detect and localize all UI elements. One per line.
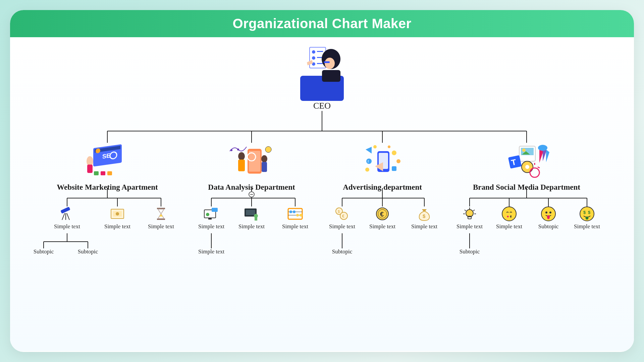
leaf-certificate[interactable]: Simple text xyxy=(103,206,131,230)
subtopic-node[interactable]: Subtopic xyxy=(328,248,356,255)
svg-rect-45 xyxy=(324,61,330,63)
svg-point-62 xyxy=(116,212,119,216)
svg-point-38 xyxy=(312,56,315,60)
svg-rect-52 xyxy=(87,165,93,173)
leaf-emoji-money[interactable]: $$ Simple text xyxy=(573,206,601,230)
svg-rect-77 xyxy=(212,208,218,212)
leaf-label: Simple text xyxy=(573,223,601,230)
svg-rect-70 xyxy=(262,162,267,172)
svg-text:€: € xyxy=(342,214,344,219)
node-dept-advertising[interactable]: f Advertising department xyxy=(335,143,429,192)
svg-point-76 xyxy=(206,213,209,216)
svg-rect-53 xyxy=(94,171,99,175)
svg-rect-75 xyxy=(208,218,212,220)
subtopic-label: Subtopic xyxy=(32,248,55,255)
svg-point-98 xyxy=(388,145,390,148)
svg-point-125 xyxy=(547,215,550,219)
ceo-label: CEO xyxy=(290,101,354,111)
leaf-bulb[interactable]: Simple text xyxy=(455,206,484,230)
leaf-emoji-kiss[interactable]: Simple text xyxy=(495,206,523,230)
svg-point-88 xyxy=(300,214,302,217)
dept-label: Advertising department xyxy=(335,183,429,192)
dept-label: Data Analysis Department xyxy=(201,183,302,192)
whiteboard-icon xyxy=(243,206,261,221)
social-media-illustration-icon: T xyxy=(503,143,550,180)
leaf-label: Simple text xyxy=(197,223,225,230)
leaf-hourglass[interactable]: Simple text xyxy=(147,206,175,230)
subtopic-label: Subtopic xyxy=(76,248,100,255)
subtopic-label: Subtopic xyxy=(455,248,484,255)
leaf-presentation[interactable]: Simple text xyxy=(237,206,266,230)
subtopic-node[interactable]: Subtopic xyxy=(455,248,484,255)
svg-line-57 xyxy=(62,213,65,220)
leaf-label: Simple text xyxy=(147,223,175,230)
svg-point-109 xyxy=(522,148,526,152)
svg-point-71 xyxy=(230,149,232,151)
svg-rect-128 xyxy=(586,217,588,220)
svg-rect-82 xyxy=(288,208,302,219)
certificate-icon xyxy=(108,206,126,221)
svg-rect-81 xyxy=(255,217,257,221)
svg-rect-54 xyxy=(101,171,105,175)
node-dept-data[interactable]: Data Analysis Department xyxy=(201,143,302,192)
emoji-kiss-icon xyxy=(500,206,518,221)
leaf-abacus[interactable]: Simple text xyxy=(281,206,309,230)
svg-rect-68 xyxy=(238,160,245,171)
svg-point-86 xyxy=(293,210,296,213)
node-dept-brand[interactable]: T Brand Social Media Department xyxy=(466,143,587,192)
app-title: Organizational Chart Maker xyxy=(10,16,634,31)
subtopic-label: Simple text xyxy=(197,248,225,255)
dept-label: Brand Social Media Department xyxy=(466,183,587,192)
leaf-label: Simple text xyxy=(410,223,438,230)
analytics-illustration-icon xyxy=(228,143,275,180)
svg-text:SE: SE xyxy=(102,152,110,160)
svg-rect-37 xyxy=(317,51,323,52)
svg-point-36 xyxy=(312,50,315,54)
svg-rect-44 xyxy=(322,70,340,82)
org-chart-canvas[interactable]: CEO SE Website Marketing Apartment xyxy=(10,37,634,351)
euro-coin-icon: € xyxy=(373,206,391,221)
monitor-chat-icon xyxy=(202,206,220,221)
svg-point-73 xyxy=(265,146,271,153)
svg-point-87 xyxy=(296,214,299,217)
leaf-telescope[interactable]: Simple text xyxy=(53,206,81,230)
app-header: Organizational Chart Maker xyxy=(10,10,634,37)
subtopic-node[interactable]: Subtopic xyxy=(32,248,55,255)
svg-point-122 xyxy=(507,216,509,218)
svg-point-43 xyxy=(325,58,335,69)
svg-line-58 xyxy=(67,213,69,220)
node-dept-website[interactable]: SE Website Marketing Apartment xyxy=(50,143,164,192)
leaf-emoji-tongue[interactable]: Subtopic xyxy=(534,206,562,230)
svg-point-123 xyxy=(545,212,547,214)
abacus-icon xyxy=(286,206,304,221)
svg-point-85 xyxy=(289,210,292,213)
leaf-label: Simple text xyxy=(103,223,131,230)
svg-point-95 xyxy=(365,168,369,172)
svg-text:$: $ xyxy=(338,209,340,214)
svg-rect-41 xyxy=(317,63,323,64)
svg-point-114 xyxy=(538,145,547,151)
subtopic-node[interactable]: Simple text xyxy=(197,248,225,255)
node-ceo[interactable]: CEO xyxy=(290,44,354,111)
money-bag-icon: $ xyxy=(415,206,433,221)
seo-illustration-icon: SE xyxy=(84,143,131,180)
leaf-label: Simple text xyxy=(53,223,81,230)
svg-rect-56 xyxy=(60,207,70,214)
leaf-euro[interactable]: € Simple text xyxy=(368,206,396,230)
leaf-moneybag[interactable]: $ Simple text xyxy=(410,206,438,230)
hourglass-icon xyxy=(152,206,170,221)
svg-point-67 xyxy=(238,152,245,160)
subtopic-label: Subtopic xyxy=(328,248,356,255)
emoji-tongue-icon xyxy=(539,206,557,221)
leaf-label: Simple text xyxy=(495,223,523,230)
svg-text:$: $ xyxy=(583,210,586,215)
svg-point-69 xyxy=(261,155,267,163)
leaf-monitor[interactable]: Simple text xyxy=(197,206,225,230)
svg-point-113 xyxy=(525,165,529,169)
svg-line-118 xyxy=(465,210,466,211)
subtopic-node[interactable]: Subtopic xyxy=(76,248,100,255)
leaf-coins[interactable]: $€ Simple text xyxy=(328,206,356,230)
coins-icon: $€ xyxy=(333,206,351,221)
collapse-toggle-icon[interactable] xyxy=(249,191,255,197)
leaf-label: Simple text xyxy=(368,223,396,230)
